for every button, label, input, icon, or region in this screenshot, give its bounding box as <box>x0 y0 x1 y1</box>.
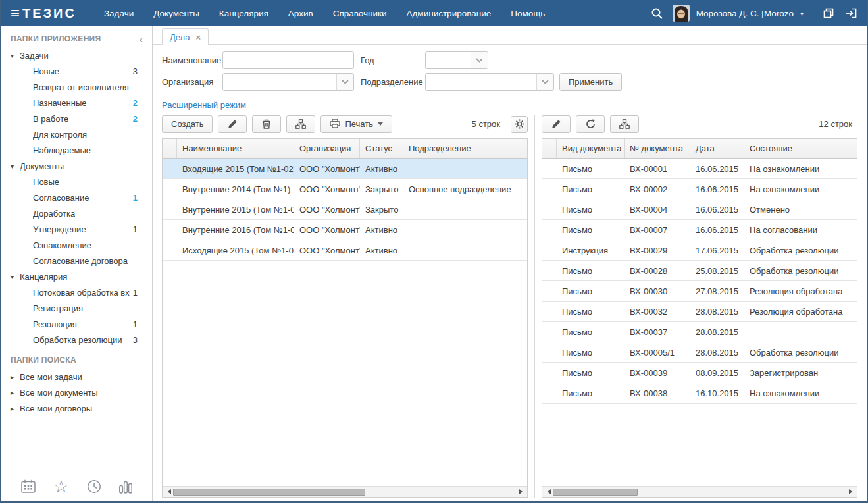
sidebar-item[interactable]: Наблюдаемые <box>1 142 152 158</box>
table-row[interactable]: Письмо ВХ-00028 25.08.2015 Обработка рез… <box>542 261 857 281</box>
table-row[interactable]: Письмо ВХ-00039 08.09.2015 Зарегистриров… <box>542 363 857 383</box>
restore-window-icon[interactable] <box>823 8 834 18</box>
row-selector-cell[interactable] <box>542 342 557 362</box>
row-selector-cell[interactable] <box>542 322 557 342</box>
sidebar-item[interactable]: ▾ Документы <box>1 158 152 174</box>
chevron-down-icon[interactable] <box>471 52 488 68</box>
user-menu-caret-icon[interactable]: ▾ <box>800 10 804 17</box>
table-row[interactable]: Внутренние 2015 (Том №1-01) ООО "Холмонт… <box>163 199 527 220</box>
menu-item[interactable]: Документы <box>153 9 199 18</box>
sidebar-item[interactable]: В работе 2 <box>1 111 152 126</box>
row-selector-cell[interactable] <box>542 261 557 280</box>
refresh-button[interactable] <box>576 115 605 133</box>
org-filter-combo[interactable] <box>222 73 354 91</box>
column-header[interactable]: Состояние <box>744 139 857 158</box>
tree-expand-icon[interactable]: ▸ <box>11 405 20 412</box>
delete-button[interactable] <box>252 115 281 133</box>
sidebar-item[interactable]: Утверждение 1 <box>1 221 152 237</box>
tab-dela[interactable]: Дела × <box>162 28 209 45</box>
row-selector-cell[interactable] <box>542 159 557 178</box>
column-header[interactable]: Вид документа <box>557 139 625 158</box>
scrollbar-track[interactable] <box>173 489 517 496</box>
table-row[interactable]: Письмо ВХ-00037 28.08.2015 <box>542 322 857 342</box>
edit-button[interactable] <box>218 115 247 133</box>
related-entities-button[interactable] <box>610 115 639 133</box>
scroll-right-icon[interactable] <box>846 489 857 494</box>
sidebar-item[interactable]: Согласование 1 <box>1 190 152 205</box>
table-row[interactable]: Письмо ВХ-00001 16.06.2015 На ознакомлен… <box>542 159 857 179</box>
recent-clock-icon[interactable] <box>87 479 101 494</box>
tree-expand-icon[interactable]: ▾ <box>11 52 20 59</box>
menu-item[interactable]: Задачи <box>104 9 134 18</box>
sidebar-item[interactable]: Ознакомление <box>1 237 152 253</box>
year-filter-combo[interactable] <box>425 51 488 69</box>
row-selector-cell[interactable] <box>542 302 557 321</box>
row-selector-cell[interactable] <box>542 199 557 219</box>
calendar-icon[interactable] <box>21 479 36 493</box>
sidebar-item[interactable]: Возврат от исполнителя <box>1 79 152 95</box>
table-row[interactable]: Исходящие 2015 (Том №1-03) ООО "Холмонт"… <box>163 240 527 261</box>
table-row[interactable]: Внутренние 2016 (Том №1-01) ООО "Холмонт… <box>163 220 527 240</box>
chevron-down-icon[interactable] <box>536 74 553 90</box>
print-button[interactable]: Печать <box>320 115 392 133</box>
sidebar-item[interactable]: Новые <box>1 174 152 190</box>
sidebar-item[interactable]: Резолюция 1 <box>1 316 152 332</box>
column-header[interactable]: № документа <box>625 139 690 158</box>
sidebar-item[interactable]: ▾ Задачи <box>1 47 152 63</box>
row-selector-cell[interactable] <box>542 240 557 260</box>
edit-button[interactable] <box>542 115 571 133</box>
name-filter-input[interactable] <box>222 51 354 69</box>
sidebar-item[interactable]: Доработка <box>1 205 152 221</box>
menu-item[interactable]: Помощь <box>511 9 545 18</box>
user-avatar[interactable] <box>673 5 690 22</box>
row-selector-cell[interactable] <box>163 240 177 260</box>
row-selector-cell[interactable] <box>542 179 557 199</box>
scroll-left-icon[interactable] <box>542 489 553 494</box>
table-row[interactable]: Письмо ВХ-00038 16.10.2015 На ознакомлен… <box>542 383 857 404</box>
search-icon[interactable] <box>651 7 663 20</box>
tree-expand-icon[interactable]: ▾ <box>11 163 20 170</box>
sidebar-collapse-icon[interactable]: ‹ <box>140 34 143 45</box>
tree-expand-icon[interactable]: ▾ <box>11 273 20 280</box>
unit-filter-combo[interactable] <box>425 73 554 91</box>
tab-close-icon[interactable]: × <box>195 32 201 42</box>
table-row[interactable]: Внутренние 2014 (Том №1) ООО "Холмонт" З… <box>163 179 527 199</box>
sidebar-item[interactable]: ▸ Все мои задачи <box>1 369 152 384</box>
scroll-right-icon[interactable] <box>517 489 527 494</box>
menu-item[interactable]: Канцелярия <box>219 9 268 18</box>
row-selector-cell[interactable] <box>163 159 177 178</box>
related-entities-button[interactable] <box>286 115 315 133</box>
sidebar-item[interactable]: Назначенные 2 <box>1 95 152 111</box>
column-header[interactable]: Наименование <box>177 139 294 158</box>
row-selector-cell[interactable] <box>163 179 177 199</box>
row-selector-cell[interactable] <box>163 220 177 240</box>
sidebar-item[interactable]: Для контроля <box>1 126 152 142</box>
panel-splitter[interactable] <box>534 115 535 498</box>
table-row[interactable]: Письмо ВХ-00004 16.06.2015 Отменено <box>542 199 857 220</box>
menu-item[interactable]: Архив <box>288 9 313 18</box>
table-row[interactable]: Инструкция ВХ-00029 17.06.2015 Обработка… <box>542 240 857 261</box>
menu-item[interactable]: Справочники <box>333 9 387 18</box>
logout-icon[interactable] <box>846 8 857 18</box>
scrollbar-track[interactable] <box>553 489 846 496</box>
table-row[interactable]: Письмо ВХ-00007 16.06.2015 На согласован… <box>542 220 857 240</box>
column-header[interactable]: Статус <box>360 139 403 158</box>
row-selector-cell[interactable] <box>163 199 177 219</box>
table-row[interactable]: Письмо ВХ-00005/1 28.08.2015 Обработка р… <box>542 342 857 363</box>
scroll-left-icon[interactable] <box>163 489 173 494</box>
table-row[interactable]: Письмо ВХ-00030 27.08.2015 Резолюция обр… <box>542 281 857 302</box>
horizontal-scrollbar[interactable] <box>163 486 527 497</box>
sidebar-item[interactable]: Согласование договора <box>1 253 152 269</box>
apply-button[interactable]: Применить <box>559 73 622 91</box>
column-header[interactable]: Дата <box>690 139 744 158</box>
menu-item[interactable]: Администрирование <box>406 9 491 18</box>
sidebar-item[interactable]: ▸ Все мои договоры <box>1 400 152 416</box>
column-header[interactable]: Организация <box>294 139 360 158</box>
create-button[interactable]: Создать <box>162 115 213 133</box>
sidebar-item[interactable]: ▾ Канцелярия <box>1 269 152 284</box>
sidebar-item[interactable]: ▸ Все мои документы <box>1 384 152 400</box>
table-row[interactable]: Письмо ВХ-00002 16.06.2015 На ознакомлен… <box>542 179 857 199</box>
statistics-chart-icon[interactable] <box>119 479 132 494</box>
table-row[interactable]: Входящие 2015 (Том №1-02) ООО "Холмонт" … <box>163 159 527 179</box>
row-selector-cell[interactable] <box>542 363 557 383</box>
